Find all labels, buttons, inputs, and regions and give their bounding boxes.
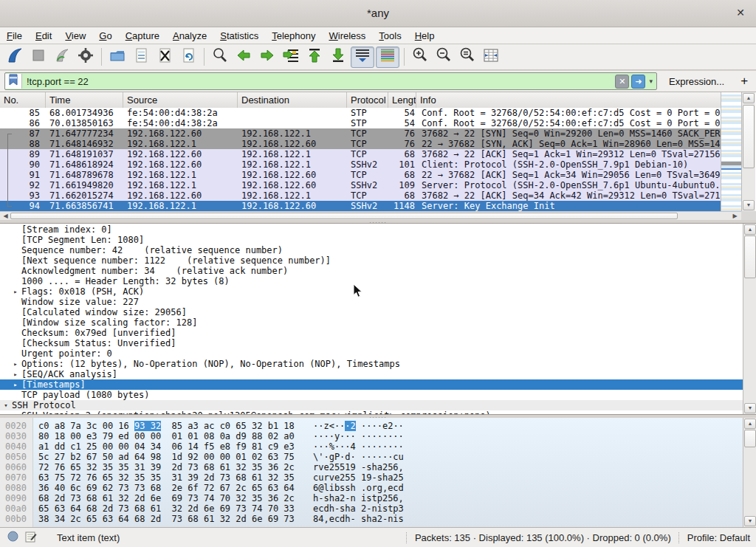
auto-scroll-toggle[interactable] [351,47,374,68]
reload-file-button[interactable] [177,47,199,67]
packet-row-93[interactable]: 9371.662015274192.168.122.60192.168.122.… [0,190,741,201]
hex-row-0020[interactable]: 0020c0 a8 7a 3c 00 16 93 32 85 a3 ac c0 … [0,421,404,431]
menu-help[interactable]: Help [408,29,441,43]
hex-row-00b0[interactable]: 00b038 34 2c 65 63 64 68 2d 73 68 61 32 … [0,514,404,524]
filter-clear-button[interactable]: ✕ [615,75,629,89]
go-forward-button[interactable] [256,47,278,67]
hex-row-0050[interactable]: 00505c 27 b2 67 50 ad 64 98 1d 92 00 00 … [0,452,404,462]
menu-tools[interactable]: Tools [372,29,408,43]
detail-row[interactable]: [Stream index: 0] [0,224,743,235]
column-header-length[interactable]: Length [388,92,416,108]
menu-telephony[interactable]: Telephony [265,29,322,43]
open-file-button[interactable] [106,47,128,67]
column-header-info[interactable]: Info [416,92,741,108]
expander-open-icon[interactable]: ▾ [0,400,12,410]
column-header-destination[interactable]: Destination [238,92,347,108]
expander-closed-icon[interactable]: ▸ [10,369,21,379]
bytes-vscrollbar[interactable]: ▲ ▼ [743,418,756,527]
detail-row[interactable]: [Next sequence number: 1122 (relative se… [0,255,743,266]
capture-comment-icon[interactable] [25,531,37,545]
detail-row[interactable]: [Checksum Status: Unverified] [0,338,743,348]
packet-row-86[interactable]: 8670.013850163fe:54:00:d4:38:2aSTP54Conf… [0,118,741,128]
scroll-up-arrow[interactable]: ▲ [744,419,756,429]
packet-row-90[interactable]: 9071.648618924192.168.122.60192.168.122.… [0,159,741,170]
packet-list-vscrollbar[interactable]: ▲ ▼ [741,92,755,211]
scroll-right-arrow[interactable]: ▶ [730,212,740,220]
detail-row[interactable]: 1000 .... = Header Length: 32 bytes (8) [0,276,743,286]
close-window-button[interactable]: ✕ [734,6,747,19]
expression-button[interactable]: Expression... [669,76,724,87]
expert-info-icon[interactable] [7,531,18,544]
hex-row-0030[interactable]: 003080 18 00 e3 79 ed 00 00 01 01 08 0a … [0,431,404,441]
scroll-down-arrow[interactable]: ▼ [743,200,755,210]
column-header-source[interactable]: Source [123,92,238,108]
detail-row[interactable]: TCP payload (1080 bytes) [0,390,743,400]
column-header-protocol[interactable]: Protocol [347,92,388,108]
detail-row[interactable]: ▸[Timestamps] [0,379,743,390]
hex-row-0040[interactable]: 0040a1 dd c1 25 00 00 04 34 06 14 f5 e8 … [0,441,404,452]
scroll-down-arrow[interactable]: ▼ [744,403,756,413]
detail-row[interactable]: Checksum: 0x79ed [unverified] [0,328,743,338]
menu-statistics[interactable]: Statistics [213,29,265,43]
column-header-no[interactable]: No. [0,92,46,108]
packet-row-87[interactable]: 8771.647777234192.168.122.60192.168.122.… [0,128,741,139]
find-packet-button[interactable] [209,47,231,67]
detail-row[interactable]: ▸[SEQ/ACK analysis] [0,369,743,379]
go-to-top-button[interactable] [303,47,326,67]
packet-row-91[interactable]: 9171.648789678192.168.122.1192.168.122.6… [0,170,741,180]
scrollbar-thumb[interactable] [743,105,755,168]
save-file-button[interactable] [130,47,152,67]
menu-capture[interactable]: Capture [119,29,166,43]
packet-row-85[interactable]: 8568.001734936fe:54:00:d4:38:2aSTP54Conf… [0,108,741,118]
hex-row-0070[interactable]: 007063 75 72 76 65 32 35 35 31 39 2d 73 … [0,472,404,483]
filter-apply-button[interactable]: ➜ [631,75,645,89]
packet-row-89[interactable]: 8971.648191037192.168.122.60192.168.122.… [0,149,741,159]
zoom-in-button[interactable] [409,47,431,67]
expander-closed-icon[interactable]: ▸ [10,359,21,369]
capture-options-button[interactable] [75,47,97,67]
packet-row-94[interactable]: 9471.663856741192.168.122.1192.168.122.6… [0,201,741,211]
resize-columns-button[interactable] [480,47,502,67]
hscrollbar-thumb[interactable] [10,213,678,219]
scroll-down-arrow[interactable]: ▼ [744,516,756,526]
detail-row[interactable]: Acknowledgment number: 34 (relative ack … [0,266,743,276]
details-vscrollbar[interactable]: ▲ ▼ [743,224,756,414]
expander-closed-icon[interactable]: ▸ [10,286,21,297]
hex-row-0080[interactable]: 008036 40 6c 69 62 73 73 68 2e 6f 72 67 … [0,483,404,493]
scrollbar-thumb[interactable] [744,430,756,447]
start-capture-button[interactable] [4,47,26,67]
hex-row-00a0[interactable]: 00a065 63 64 68 2d 73 68 61 32 2d 6e 69 … [0,503,404,514]
menu-analyze[interactable]: Analyze [166,29,213,43]
detail-row[interactable]: [Window size scaling factor: 128] [0,317,743,328]
expander-closed-icon[interactable]: ▸ [10,379,21,390]
filter-input[interactable] [22,75,615,88]
menu-edit[interactable]: Edit [29,29,58,43]
detail-row[interactable]: [TCP Segment Len: 1080] [0,235,743,245]
detail-row[interactable]: Sequence number: 42 (relative sequence n… [0,245,743,255]
packet-row-88[interactable]: 8871.648146932192.168.122.1192.168.122.6… [0,139,741,149]
scroll-left-arrow[interactable]: ◀ [1,212,10,220]
detail-row[interactable]: Window size value: 227 [0,297,743,307]
detail-row[interactable]: [Calculated window size: 29056] [0,307,743,317]
column-header-time[interactable]: Time [46,92,123,108]
menu-wireless[interactable]: Wireless [323,29,373,43]
close-file-button[interactable] [154,47,176,67]
detail-row[interactable]: ▸Flags: 0x018 (PSH, ACK) [0,286,743,297]
menu-view[interactable]: View [58,29,92,43]
restart-capture-button[interactable] [51,47,73,67]
colorize-toggle[interactable] [376,47,399,68]
zoom-reset-button[interactable] [456,47,478,67]
menu-file[interactable]: File [0,29,29,43]
add-filter-button[interactable]: + [740,74,748,89]
go-to-packet-button[interactable] [280,47,302,67]
status-profile[interactable]: Profile: Default [687,532,750,543]
stop-capture-button[interactable] [27,47,49,67]
scrollbar-thumb[interactable] [744,235,756,278]
go-back-button[interactable] [233,47,255,67]
minimap-thumb[interactable] [721,162,742,165]
go-to-bottom-button[interactable] [327,47,349,67]
detail-row[interactable]: ▾SSH Protocol [0,400,743,410]
intelligent-scrollbar-minimap[interactable] [721,92,742,211]
filter-history-caret[interactable]: ▾ [649,78,653,85]
scroll-up-arrow[interactable]: ▲ [744,224,756,235]
